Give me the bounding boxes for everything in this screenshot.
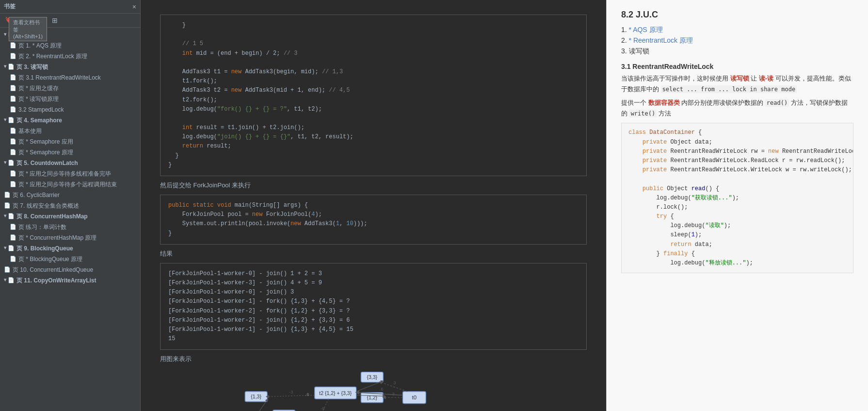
page-icon-aqs: 📄 (10, 41, 16, 49)
svg-text:3: 3 (393, 380, 396, 385)
sidebar-label-rrwl: 页 3.1 ReentrantReadWriteLock (18, 73, 101, 82)
page-icon-bq: 📄 (8, 244, 15, 252)
sidebar-item-sembasic[interactable]: 📄 基本使用 (0, 126, 140, 136)
rp-title: 8.2 J.U.C (621, 10, 853, 20)
text-before-code2: 然后提交给 ForkJoinPool 来执行 (160, 181, 587, 190)
page-icon-stamp: 📄 (10, 105, 16, 114)
sidebar-item-bqprin[interactable]: 📄 页 * BlockingQueue 原理 (0, 254, 140, 264)
sidebar-item-chmprin[interactable]: 📄 页 * ConcurrentHashMap 原理 (0, 232, 140, 243)
sidebar-label-rw: 页 3. 读写锁 (16, 63, 48, 71)
sidebar-label-bqprin: 页 * BlockingQueue 原理 (18, 255, 82, 263)
page-icon-chmprin: 📄 (10, 233, 16, 242)
page-icon-chm: 📄 (8, 212, 15, 220)
sidebar-item-chm[interactable]: ▾ 📄 页 8. ConcurrentHashMap (0, 211, 140, 222)
sidebar-item-rl[interactable]: 📄 页 2. * ReentrantLock 原理 (0, 51, 140, 62)
sidebar-label-cache: 页 * 应用之缓存 (18, 84, 59, 93)
svg-text:.6: .6 (305, 392, 309, 397)
sidebar-item-rw[interactable]: ▾ 📄 页 3. 读写锁 (0, 62, 140, 72)
sidebar-label-clapp2: 页 * 应用之同步等待多个远程调用结束 (18, 180, 117, 189)
svg-text:3: 3 (392, 392, 394, 397)
toc-link-1[interactable]: * AQS 原理 (629, 26, 663, 33)
text-diagram-label: 用图来表示 (160, 355, 587, 363)
text-result-label: 结果 (160, 249, 587, 258)
main-content: } // 1 5 int mid = (end + begin) / 2; //… (141, 0, 606, 411)
svg-text:{1,3}: {1,3} (251, 394, 261, 399)
toc-item-3: 3. 读写锁 (621, 47, 853, 56)
svg-text:t2 {1,2} + {3,3}: t2 {1,2} + {3,3} (319, 390, 352, 396)
toolbar-btn-3[interactable]: ↕ (29, 16, 36, 25)
sidebar-toolbar: 🔖 ☰ ↕ ↗ ⊞ (0, 14, 140, 28)
hl-readwrite: 读写锁 (730, 75, 749, 82)
sidebar-label-bq: 页 9. BlockingQueue (16, 244, 73, 253)
sidebar-title: 书签 (4, 3, 16, 10)
svg-text:-3: -3 (289, 389, 293, 395)
toc-label-3: 读写锁 (629, 47, 649, 55)
diagram-area: t0 {3,3} {1,2} t2 {1,2} + {3,3} {1,3} {4… (160, 368, 587, 411)
rp-desc1: 当该操作远高于写操作时，这时候使用 读写锁 让 读-读 可以并发，提高性能。类似… (621, 73, 853, 95)
page-icon-cl: 📄 (8, 159, 15, 167)
page-icon-chmex: 📄 (10, 223, 16, 231)
toc-item-1: 1. * AQS 原理 (621, 26, 853, 34)
sidebar-item-clq[interactable]: 📄 页 10. ConcurrentLinkedQueue (0, 264, 140, 275)
sidebar-item-semprin[interactable]: 📄 页 * Semaphore 原理 (0, 147, 140, 158)
sidebar-label-thread: 页 7. 线程安全集合类概述 (13, 201, 79, 210)
page-icon-clapp2: 📄 (10, 180, 16, 188)
expand-arrow-rw: ▾ (4, 63, 6, 70)
sidebar-item-sem[interactable]: ▾ 📄 页 4. Semaphore (0, 115, 140, 126)
sidebar-item-rrwl[interactable]: 📄 页 3.1 ReentrantReadWriteLock (0, 72, 140, 83)
close-button[interactable]: × (132, 3, 136, 11)
sidebar-item-82juc[interactable]: ▾ 📑 8.2 J.U.C (0, 30, 140, 40)
page-icon-sembasic: 📄 (10, 127, 16, 135)
toolbar-btn-2[interactable]: ☰ (17, 16, 27, 25)
sidebar-item-bq[interactable]: ▾ 📄 页 9. BlockingQueue (0, 243, 140, 254)
sidebar-item-thread[interactable]: 📄 页 7. 线程安全集合类概述 (0, 200, 140, 211)
page-icon-sem: 📄 (8, 116, 15, 124)
sidebar-item-aqs[interactable]: 📄 页 1. * AQS 原理 (0, 40, 140, 51)
expand-arrow-bq: ▾ (4, 244, 6, 251)
sidebar-label-sembasic: 基本使用 (18, 127, 42, 135)
page-icon-cyclic: 📄 (4, 191, 11, 199)
page-icon-semprin: 📄 (10, 148, 16, 156)
section-icon: 📑 (8, 31, 15, 39)
rp-desc2: 提供一个 数据容器类 内部分别使用读锁保护数据的 read() 方法，写锁保护数… (621, 98, 853, 119)
sidebar-item-cl[interactable]: ▾ 📄 页 5. CountdownLatch (0, 158, 140, 168)
sidebar-label-cyclic: 页 6. CyclicBarrier (13, 191, 60, 199)
sidebar: 书签 查看文档书签 (Alt+Shift+1) × 🔖 ☰ ↕ ↗ ⊞ ▾ 📑 … (0, 0, 141, 411)
sidebar-tree: ▾ 📑 8.2 J.U.C 📄 页 1. * AQS 原理 📄 页 2. * R… (0, 28, 140, 411)
right-panel: 8.2 J.U.C 1. * AQS 原理 2. * ReentrantLock… (606, 0, 868, 411)
svg-text:t0: t0 (412, 395, 417, 400)
sidebar-label-rwprin: 页 * 读写锁原理 (18, 95, 59, 103)
rp-section31: 3.1 ReentrantReadWriteLock (621, 63, 853, 70)
sidebar-item-rwprin[interactable]: 📄 页 * 读写锁原理 (0, 94, 140, 104)
sidebar-label-clq: 页 10. ConcurrentLinkedQueue (13, 265, 93, 274)
fork-join-diagram: t0 {3,3} {1,2} t2 {1,2} + {3,3} {1,3} {4… (160, 368, 441, 411)
sidebar-item-chmex[interactable]: 📄 页 练习：单词计数 (0, 222, 140, 232)
page-icon-rwprin: 📄 (10, 95, 16, 103)
sidebar-item-cow[interactable]: ▾ 📄 页 11. CopyOnWriteArrayList (0, 275, 140, 286)
sidebar-label-rl: 页 2. * ReentrantLock 原理 (18, 52, 87, 61)
expand-arrow-chm: ▾ (4, 212, 6, 219)
sidebar-item-cyclic[interactable]: 📄 页 6. CyclicBarrier (0, 190, 140, 200)
sidebar-label-82juc: 8.2 J.U.C (16, 31, 41, 39)
sidebar-item-stamp[interactable]: 📄 3.2 StampedLock (0, 104, 140, 115)
sidebar-item-semapp[interactable]: 📄 页 * Semaphore 应用 (0, 136, 140, 147)
sidebar-label-semprin: 页 * Semaphore 原理 (18, 148, 73, 157)
toolbar-btn-1[interactable]: 🔖 (3, 16, 15, 25)
toolbar-btn-5[interactable]: ⊞ (50, 16, 60, 25)
sidebar-label-chmprin: 页 * ConcurrentHashMap 原理 (18, 233, 96, 242)
svg-text:-9: -9 (321, 406, 325, 411)
page-icon-cache: 📄 (10, 84, 16, 92)
page-icon-thread: 📄 (4, 201, 11, 210)
svg-text:{3,3}: {3,3} (367, 374, 377, 380)
toc-item-2: 2. * ReentrantLock 原理 (621, 36, 853, 45)
toc-link-2[interactable]: * ReentrantLock 原理 (629, 36, 693, 44)
svg-text:.6: .6 (380, 386, 384, 392)
sidebar-item-clapp1[interactable]: 📄 页 * 应用之同步等待多线程准备完毕 (0, 168, 140, 179)
sidebar-item-clapp2[interactable]: 📄 页 * 应用之同步等待多个远程调用结束 (0, 179, 140, 190)
code-block-1: } // 1 5 int mid = (end + begin) / 2; //… (160, 15, 587, 176)
toolbar-btn-4[interactable]: ↗ (38, 16, 48, 25)
page-icon-rw: 📄 (8, 63, 15, 71)
sidebar-item-cache[interactable]: 📄 页 * 应用之缓存 (0, 83, 140, 94)
hl-readread: 读-读 (759, 75, 773, 82)
sidebar-label-clapp1: 页 * 应用之同步等待多线程准备完毕 (18, 169, 111, 178)
